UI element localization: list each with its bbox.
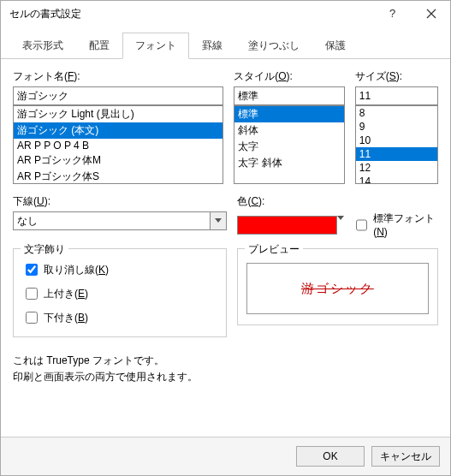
- style-label: スタイル(O):: [234, 69, 345, 84]
- dialog: セルの書式設定 ? 表示形式配置フォント罫線塗りつぶし保護 フォント名(F): …: [0, 0, 451, 476]
- size-list-item[interactable]: 10: [356, 134, 437, 147]
- tab-2[interactable]: フォント: [122, 33, 189, 59]
- strikethrough-checkbox[interactable]: 取り消し線(K): [22, 261, 217, 278]
- superscript-checkbox[interactable]: 上付き(E): [22, 285, 217, 302]
- note: これは TrueType フォントです。 印刷と画面表示の両方で使用されます。: [13, 353, 438, 385]
- svg-text:?: ?: [389, 8, 395, 20]
- decoration-group-title: 文字飾り: [21, 242, 68, 257]
- size-list[interactable]: 8910111214: [355, 105, 438, 184]
- tab-0[interactable]: 表示形式: [9, 33, 76, 59]
- tab-3[interactable]: 罫線: [189, 33, 235, 59]
- close-button[interactable]: [412, 1, 450, 27]
- tab-bar: 表示形式配置フォント罫線塗りつぶし保護: [1, 27, 450, 59]
- subscript-input[interactable]: [26, 312, 38, 324]
- footer: OK キャンセル: [1, 437, 450, 475]
- dialog-title: セルの書式設定: [9, 7, 373, 21]
- standard-font-checkbox[interactable]: 標準フォント(N): [353, 211, 438, 238]
- standard-font-check-input[interactable]: [356, 219, 367, 231]
- subscript-label: 下付き(B): [44, 311, 88, 325]
- font-input[interactable]: [13, 86, 223, 105]
- preview-group-title: プレビュー: [245, 242, 303, 257]
- color-label: 色(C):: [237, 194, 438, 209]
- strikethrough-label: 取り消し線(K): [44, 263, 109, 277]
- font-label: フォント名(F):: [13, 69, 223, 84]
- help-button[interactable]: ?: [373, 1, 412, 27]
- superscript-input[interactable]: [26, 288, 38, 300]
- ok-button[interactable]: OK: [296, 446, 365, 467]
- font-list[interactable]: 游ゴシック Light (見出し)游ゴシック (本文)AR P P O P 4 …: [13, 105, 223, 184]
- style-input[interactable]: [234, 86, 345, 105]
- standard-font-check-label: 標準フォント(N): [373, 211, 438, 238]
- style-list-item[interactable]: 太字: [234, 139, 344, 155]
- font-list-item[interactable]: 游ゴシック (本文): [14, 122, 223, 139]
- color-swatch: [237, 216, 337, 235]
- style-list-item[interactable]: 太字 斜体: [234, 155, 344, 171]
- style-list-item[interactable]: 斜体: [234, 122, 344, 139]
- font-list-item[interactable]: AR Pゴシック体S: [14, 169, 223, 184]
- font-list-item[interactable]: 游ゴシック Light (見出し): [14, 106, 223, 122]
- tab-4[interactable]: 塗りつぶし: [235, 33, 312, 59]
- content: フォント名(F): 游ゴシック Light (見出し)游ゴシック (本文)AR …: [1, 59, 450, 396]
- underline-input[interactable]: [13, 211, 210, 230]
- size-list-item[interactable]: 11: [356, 147, 437, 161]
- note-line-1: これは TrueType フォントです。: [13, 353, 438, 369]
- tab-1[interactable]: 配置: [76, 33, 122, 59]
- titlebar: セルの書式設定 ?: [1, 1, 450, 27]
- style-list[interactable]: 標準斜体太字太字 斜体: [234, 105, 345, 184]
- preview-group: プレビュー 游ゴシック: [237, 248, 438, 325]
- subscript-checkbox[interactable]: 下付き(B): [22, 309, 217, 326]
- color-combo[interactable]: [237, 216, 344, 235]
- preview-text: 游ゴシック: [301, 281, 374, 297]
- size-list-item[interactable]: 9: [356, 120, 437, 134]
- underline-label: 下線(U):: [13, 194, 227, 209]
- chevron-down-icon[interactable]: [337, 216, 344, 235]
- size-list-item[interactable]: 12: [356, 161, 437, 175]
- cancel-button[interactable]: キャンセル: [371, 446, 440, 467]
- strikethrough-input[interactable]: [26, 264, 38, 276]
- font-list-item[interactable]: AR Pゴシック体M: [14, 152, 223, 169]
- size-label: サイズ(S):: [355, 69, 438, 84]
- note-line-2: 印刷と画面表示の両方で使用されます。: [13, 369, 438, 385]
- chevron-down-icon[interactable]: [210, 211, 227, 230]
- tab-5[interactable]: 保護: [312, 33, 359, 59]
- size-list-item[interactable]: 8: [356, 106, 437, 120]
- size-list-item[interactable]: 14: [356, 175, 437, 184]
- size-input[interactable]: [355, 86, 438, 105]
- decoration-group: 文字飾り 取り消し線(K) 上付き(E) 下付き(B): [13, 248, 227, 337]
- superscript-label: 上付き(E): [44, 287, 88, 301]
- underline-combo[interactable]: [13, 211, 227, 230]
- preview-box: 游ゴシック: [246, 263, 429, 314]
- font-list-item[interactable]: AR P P O P 4 B: [14, 139, 223, 152]
- style-list-item[interactable]: 標準: [234, 106, 344, 122]
